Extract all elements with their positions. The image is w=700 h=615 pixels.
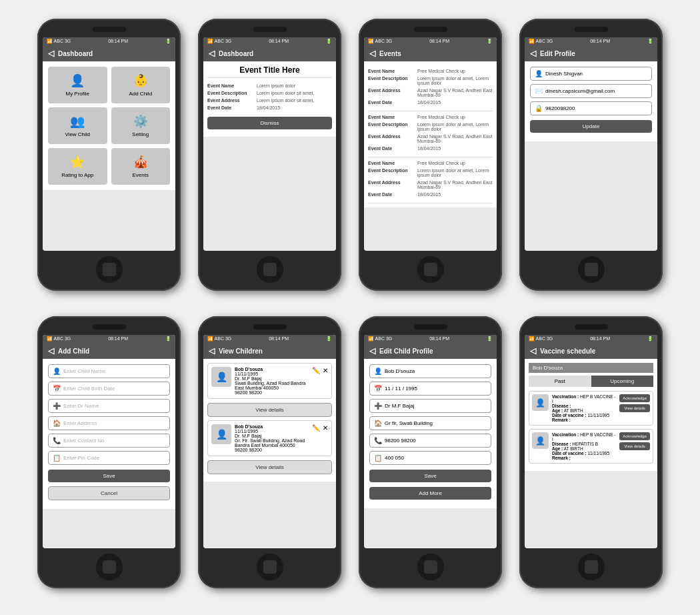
event-desc-row: Event Description Lorem ipsum dolor at a… — [368, 76, 493, 85]
battery: 🔋 — [647, 336, 653, 342]
child-dob-field[interactable]: 📅 Enter Child Birth Date — [48, 382, 170, 396]
back-icon[interactable]: ◁ — [369, 49, 375, 58]
signal: 📶 ABC 3G — [47, 336, 71, 342]
pincode-field[interactable]: 📋 Enter Pin Code — [48, 451, 170, 465]
child-dob-1: 11/11/1995 — [235, 372, 309, 376]
event-list-item-1: Event Name Free Medical Check up Event D… — [368, 65, 493, 111]
view-details-button-v2[interactable]: View details — [619, 442, 650, 450]
update-button[interactable]: Update — [530, 120, 652, 133]
phone-screen: 📶 ABC 3G 08:14 PM 🔋 ◁ Dashboard 👤 My Pro… — [43, 37, 175, 251]
time: 08:14 PM — [269, 39, 289, 44]
status-bar: 📶 ABC 3G 08:14 PM 🔋 — [203, 335, 336, 343]
child-actions-1: ✏️ ✕ — [312, 367, 328, 374]
address-field[interactable]: 🏠 Enter Address — [48, 416, 170, 430]
child-card-2: 👤 Bob D'souza 11/11/1995 Dr. M.F Bajaj G… — [207, 420, 332, 456]
dashboard-item-myprofile[interactable]: 👤 My Profile — [48, 67, 107, 103]
header-title: Dashboard — [219, 50, 253, 57]
edit-icon-1[interactable]: ✏️ — [312, 367, 320, 374]
home-button-inner — [424, 263, 437, 276]
contact-icon: 📞 — [53, 437, 61, 444]
tab-past[interactable]: Past — [529, 376, 591, 387]
name-field[interactable]: 👤 Dinesh Shigvan — [530, 67, 652, 81]
status-bar: 📶 ABC 3G 08:14 PM 🔋 — [43, 37, 175, 45]
ec-name-field[interactable]: 👤 Bob D'souza — [369, 364, 491, 378]
home-button[interactable] — [578, 554, 605, 580]
back-icon[interactable]: ◁ — [209, 49, 215, 58]
ec-pin-icon: 📋 — [374, 454, 382, 462]
phone-screen: 📶 ABC 3G 08:14 PM 🔋 ◁ Add Child 👤 Enter … — [43, 335, 175, 548]
ec-addr-value: Gr flr, Swati Building — [385, 420, 433, 426]
email-field[interactable]: ✉️ dinesh.capsicum@gmail.com — [530, 84, 652, 98]
event-title: Event Title Here — [207, 65, 332, 78]
battery: 🔋 — [487, 336, 493, 342]
setting-label: Setting — [132, 131, 149, 137]
ec-addr-field[interactable]: 🏠 Gr flr, Swati Building — [369, 416, 491, 430]
tab-upcoming[interactable]: Upcoming — [591, 376, 654, 387]
phone-screen: 📶 ABC 3G 08:14 PM 🔋 ◁ Vaccine schedule B… — [525, 335, 657, 548]
child-info-2: Bob D'souza 11/11/1995 Dr. M.F Bajaj Gr.… — [235, 424, 309, 452]
cancel-button[interactable]: Cancel — [48, 486, 170, 500]
child-address-1: Swati Building, Azad Road Bandra East Mu… — [235, 381, 309, 390]
ec-dr-field[interactable]: ➕ Dr M.F Bajaj — [369, 399, 491, 413]
home-button[interactable] — [96, 256, 123, 283]
viewchild-label: View Child — [65, 131, 90, 137]
ec-contact-field[interactable]: 📞 98200 98200 — [369, 434, 491, 448]
back-icon[interactable]: ◁ — [48, 346, 54, 356]
child-name-2: Bob D'souza — [235, 424, 309, 429]
home-button[interactable] — [417, 256, 444, 283]
header-title: Edit Child Profile — [379, 348, 433, 355]
contact-field[interactable]: 📞 Enter Contact No — [48, 434, 170, 448]
dashboard-item-setting[interactable]: ⚙️ Setting — [111, 107, 171, 144]
home-button[interactable] — [257, 554, 283, 580]
viewchild-icon: 👥 — [70, 114, 85, 129]
view-details-button-2[interactable]: View details — [207, 460, 332, 474]
events-label: Events — [133, 172, 149, 178]
child-name-field[interactable]: 👤 Enter Child Name — [48, 364, 170, 378]
dashboard-item-events[interactable]: 🎪 Events — [111, 148, 171, 185]
acknowledge-button-1[interactable]: Acknowledge — [619, 394, 650, 402]
view-details-button-1[interactable]: View details — [207, 403, 332, 417]
ec-addmore-button[interactable]: Add More — [369, 487, 491, 500]
event-date-label: Event Date — [207, 105, 254, 110]
back-icon[interactable]: ◁ — [369, 346, 375, 356]
child-name-placeholder: Enter Child Name — [63, 368, 105, 374]
child-dob-2: 11/11/1995 — [235, 429, 309, 434]
back-icon[interactable]: ◁ — [530, 346, 536, 356]
time: 08:14 PM — [590, 39, 610, 44]
vaccine-tabs: Past Upcoming — [529, 376, 653, 387]
dr-name-placeholder: Enter Dr Name — [63, 403, 99, 409]
time: 08:14 PM — [269, 336, 289, 342]
ec-save-button[interactable]: Save — [369, 470, 491, 482]
time: 08:14 PM — [590, 336, 610, 342]
back-icon[interactable]: ◁ — [530, 49, 536, 58]
phone-field[interactable]: 🔒 9820098200 — [530, 101, 652, 115]
dashboard-item-addchild[interactable]: 👶 Add Child — [111, 67, 171, 103]
save-button[interactable]: Save — [48, 470, 170, 482]
dashboard-item-viewchild[interactable]: 👥 View Child — [48, 107, 107, 144]
ec-dob-field[interactable]: 📅 11 / 11 / 1995 — [369, 382, 491, 396]
ec-pin-field[interactable]: 📋 400 050 — [369, 451, 491, 465]
dismiss-button[interactable]: Dismiss — [207, 117, 332, 129]
home-button-inner — [103, 263, 116, 276]
home-button[interactable] — [96, 554, 123, 580]
home-button[interactable] — [417, 554, 444, 580]
name-icon: 👤 — [53, 368, 61, 375]
back-icon[interactable]: ◁ — [209, 346, 215, 356]
home-button[interactable] — [578, 256, 605, 283]
signal: 📶 ABC 3G — [47, 39, 71, 44]
phone-speaker — [93, 27, 126, 32]
acknowledge-button-2[interactable]: Acknowledge — [619, 432, 650, 440]
view-details-button-v1[interactable]: View details — [619, 404, 650, 412]
ec-dr-value: Dr M.F Bajaj — [385, 403, 414, 409]
back-icon[interactable]: ◁ — [48, 49, 54, 58]
delete-icon-1[interactable]: ✕ — [323, 367, 328, 374]
dr-name-field[interactable]: ➕ Enter Dr Name — [48, 399, 170, 413]
edit-icon-2[interactable]: ✏️ — [312, 424, 320, 432]
rating-icon: ⭐ — [70, 155, 85, 169]
home-button[interactable] — [257, 256, 283, 283]
status-bar: 📶 ABC 3G 08:14 PM 🔋 — [364, 37, 497, 45]
event-desc-label: Event Description — [207, 91, 254, 95]
header-title: Add Child — [58, 348, 89, 355]
dashboard-item-rating[interactable]: ⭐ Rating to App — [48, 148, 107, 185]
delete-icon-2[interactable]: ✕ — [323, 424, 328, 432]
